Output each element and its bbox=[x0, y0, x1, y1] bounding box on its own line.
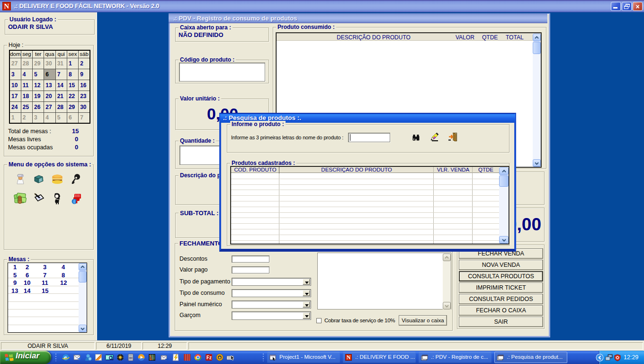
svg-text:Fz: Fz bbox=[206, 355, 212, 360]
